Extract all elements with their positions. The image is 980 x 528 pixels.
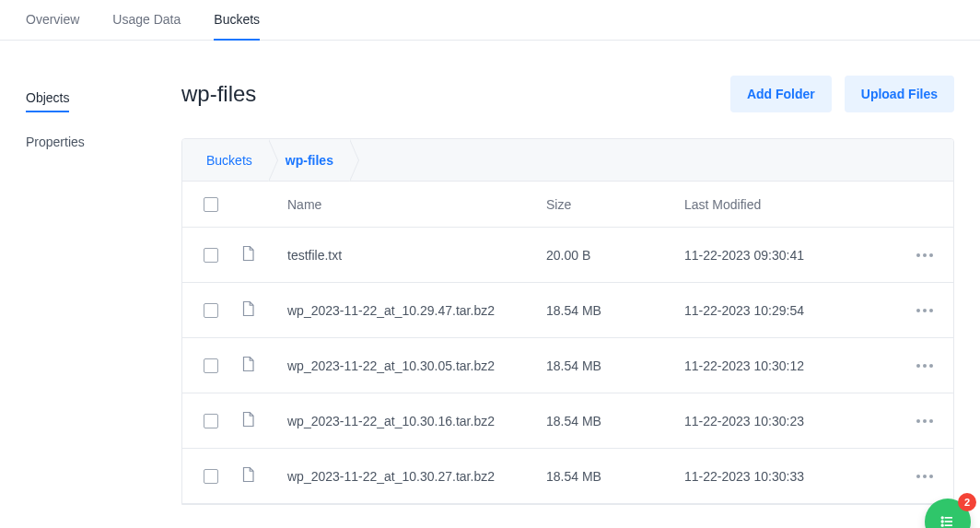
row-checkbox[interactable] [204, 248, 218, 263]
breadcrumb: Bucketswp-files [182, 139, 953, 182]
table-row[interactable]: testfile.txt20.00 B11-22-2023 09:30:41 [182, 228, 953, 283]
file-size: 18.54 MB [546, 303, 684, 318]
file-modified: 11-22-2023 10:30:33 [684, 469, 896, 484]
svg-point-1 [941, 517, 943, 519]
table-row[interactable]: wp_2023-11-22_at_10.30.16.tar.bz218.54 M… [182, 393, 953, 449]
file-icon [239, 354, 256, 374]
fab-badge: 2 [958, 493, 976, 511]
file-name[interactable]: wp_2023-11-22_at_10.30.05.tar.bz2 [287, 358, 546, 373]
list-icon [939, 512, 957, 528]
add-folder-button[interactable]: Add Folder [730, 76, 832, 112]
more-actions-icon[interactable] [911, 358, 939, 373]
tab-usage-data[interactable]: Usage Data [112, 0, 181, 41]
file-size: 18.54 MB [546, 358, 684, 373]
column-header-name[interactable]: Name [287, 197, 546, 212]
table-header: Name Size Last Modified [182, 182, 953, 228]
top-tabs: OverviewUsage DataBuckets [0, 0, 980, 41]
column-header-last-modified[interactable]: Last Modified [684, 197, 896, 212]
row-checkbox[interactable] [204, 469, 218, 484]
file-modified: 11-22-2023 09:30:41 [684, 248, 896, 263]
more-actions-icon[interactable] [911, 469, 939, 484]
file-icon [239, 409, 256, 429]
row-checkbox[interactable] [204, 358, 218, 373]
column-header-size[interactable]: Size [546, 197, 684, 212]
file-icon [239, 243, 256, 264]
breadcrumb-item-buckets[interactable]: Buckets [190, 139, 269, 182]
file-modified: 11-22-2023 10:30:12 [684, 358, 896, 373]
row-checkbox[interactable] [204, 414, 218, 428]
tab-buckets[interactable]: Buckets [214, 0, 260, 41]
file-name[interactable]: wp_2023-11-22_at_10.30.16.tar.bz2 [287, 414, 546, 428]
tab-overview[interactable]: Overview [26, 0, 79, 41]
file-icon [239, 464, 256, 485]
select-all-checkbox[interactable] [204, 197, 218, 212]
table-row[interactable]: wp_2023-11-22_at_10.29.47.tar.bz218.54 M… [182, 283, 953, 338]
file-icon [239, 299, 256, 319]
breadcrumb-item-wp-files[interactable]: wp-files [269, 139, 350, 182]
file-size: 18.54 MB [546, 469, 684, 484]
side-nav: ObjectsProperties [0, 41, 181, 505]
svg-point-3 [941, 521, 943, 522]
row-checkbox[interactable] [204, 303, 218, 318]
more-actions-icon[interactable] [911, 303, 939, 318]
file-modified: 11-22-2023 10:29:54 [684, 303, 896, 318]
file-size: 18.54 MB [546, 414, 684, 428]
sidebar-item-properties[interactable]: Properties [26, 125, 85, 158]
more-actions-icon[interactable] [911, 414, 939, 428]
more-actions-icon[interactable] [911, 248, 939, 263]
table-row[interactable]: wp_2023-11-22_at_10.30.05.tar.bz218.54 M… [182, 338, 953, 393]
file-size: 20.00 B [546, 248, 684, 263]
table-row[interactable]: wp_2023-11-22_at_10.30.27.tar.bz218.54 M… [182, 449, 953, 504]
file-name[interactable]: testfile.txt [287, 248, 546, 263]
upload-files-button[interactable]: Upload Files [845, 76, 954, 112]
file-name[interactable]: wp_2023-11-22_at_10.29.47.tar.bz2 [287, 303, 546, 318]
sidebar-item-objects[interactable]: Objects [26, 81, 69, 112]
file-modified: 11-22-2023 10:30:23 [684, 414, 896, 428]
file-name[interactable]: wp_2023-11-22_at_10.30.27.tar.bz2 [287, 469, 546, 484]
page-title: wp-files [181, 81, 256, 107]
svg-point-5 [941, 524, 943, 526]
